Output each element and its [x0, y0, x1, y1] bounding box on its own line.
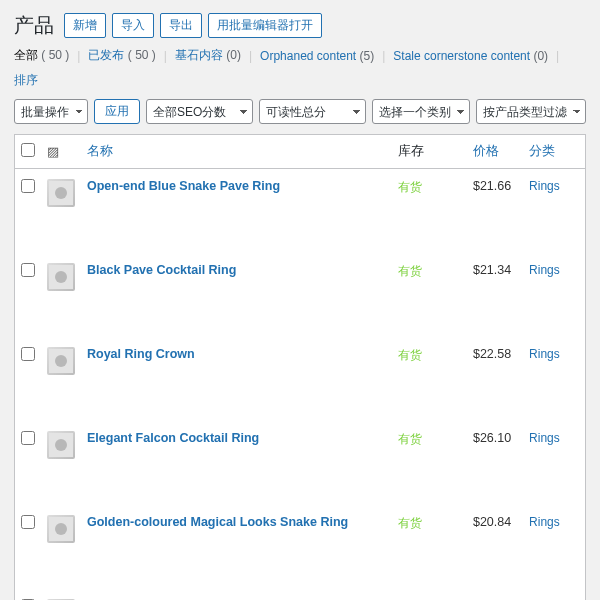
filter-stale-count: (0) [533, 49, 548, 63]
category-link[interactable]: Rings [529, 179, 560, 193]
readability-select[interactable]: 可读性总分 [259, 99, 366, 124]
filter-sort[interactable]: 排序 [14, 72, 38, 89]
column-stock: 库存 [392, 135, 467, 169]
svg-point-9 [55, 523, 67, 535]
filter-published-count: ( 50 ) [128, 48, 156, 62]
export-button[interactable]: 导出 [160, 13, 202, 38]
table-row: Royal Ring Crown 有货 $22.58 Rings [15, 337, 586, 421]
seo-score-select[interactable]: 全部SEO分数 [146, 99, 253, 124]
stock-status: 有货 [398, 264, 422, 278]
row-checkbox[interactable] [21, 515, 35, 529]
product-name-link[interactable]: Golden-coloured Magical Looks Snake Ring [87, 515, 348, 529]
table-row: Bracelet Bangle Royal Ornamentation Swor… [15, 589, 586, 600]
table-row: Open-end Blue Snake Pave Ring 有货 $21.66 … [15, 169, 586, 254]
stock-status: 有货 [398, 516, 422, 530]
table-row: Elegant Falcon Cocktail Ring 有货 $26.10 R… [15, 421, 586, 505]
category-link[interactable]: Rings [529, 263, 560, 277]
bulk-editor-button[interactable]: 用批量编辑器打开 [208, 13, 322, 38]
column-name[interactable]: 名称 [87, 144, 113, 158]
column-category: 分类 [523, 135, 585, 169]
product-name-link[interactable]: Black Pave Cocktail Ring [87, 263, 236, 277]
svg-point-1 [55, 187, 67, 199]
filter-cornerstone-count: (0) [226, 48, 241, 62]
svg-point-7 [55, 439, 67, 451]
product-price: $22.58 [473, 347, 511, 361]
product-type-select[interactable]: 按产品类型过滤 [476, 99, 586, 124]
row-checkbox[interactable] [21, 347, 35, 361]
filter-orphaned-count: (5) [360, 49, 375, 63]
category-link[interactable]: Rings [529, 431, 560, 445]
status-filters: 全部 ( 50 ) | 已发布 ( 50 ) | 基石内容 (0) | Orph… [14, 47, 586, 89]
product-thumbnail[interactable] [47, 263, 75, 291]
products-table: ▨ 名称 库存 价格 分类 Open-end Blue Snake Pave R… [14, 134, 586, 600]
filter-stale[interactable]: Stale cornerstone content [393, 49, 530, 63]
category-select[interactable]: 选择一个类别 [372, 99, 470, 124]
table-row: Golden-coloured Magical Looks Snake Ring… [15, 505, 586, 589]
column-price[interactable]: 价格 [473, 144, 499, 158]
image-column-icon: ▨ [47, 144, 59, 159]
select-all-checkbox[interactable] [21, 143, 35, 157]
svg-point-3 [55, 271, 67, 283]
filter-all[interactable]: 全部 [14, 48, 38, 62]
product-name-link[interactable]: Royal Ring Crown [87, 347, 195, 361]
filter-orphaned[interactable]: Orphaned content [260, 49, 356, 63]
add-button[interactable]: 新增 [64, 13, 106, 38]
row-checkbox[interactable] [21, 431, 35, 445]
product-thumbnail[interactable] [47, 347, 75, 375]
product-price: $26.10 [473, 431, 511, 445]
bulk-action-select[interactable]: 批量操作 [14, 99, 88, 124]
filter-cornerstone[interactable]: 基石内容 [175, 48, 223, 62]
category-link[interactable]: Rings [529, 347, 560, 361]
category-link[interactable]: Rings [529, 515, 560, 529]
product-price: $21.34 [473, 263, 511, 277]
apply-button[interactable]: 应用 [94, 99, 140, 124]
product-price: $21.66 [473, 179, 511, 193]
filter-published[interactable]: 已发布 [88, 48, 124, 62]
product-name-link[interactable]: Open-end Blue Snake Pave Ring [87, 179, 280, 193]
product-thumbnail[interactable] [47, 515, 75, 543]
row-checkbox[interactable] [21, 263, 35, 277]
stock-status: 有货 [398, 348, 422, 362]
stock-status: 有货 [398, 180, 422, 194]
product-name-link[interactable]: Elegant Falcon Cocktail Ring [87, 431, 259, 445]
filter-all-count: ( 50 ) [41, 48, 69, 62]
page-title: 产品 [14, 12, 54, 39]
product-price: $20.84 [473, 515, 511, 529]
table-row: Black Pave Cocktail Ring 有货 $21.34 Rings [15, 253, 586, 337]
import-button[interactable]: 导入 [112, 13, 154, 38]
row-checkbox[interactable] [21, 179, 35, 193]
svg-point-5 [55, 355, 67, 367]
product-thumbnail[interactable] [47, 179, 75, 207]
product-thumbnail[interactable] [47, 431, 75, 459]
stock-status: 有货 [398, 432, 422, 446]
